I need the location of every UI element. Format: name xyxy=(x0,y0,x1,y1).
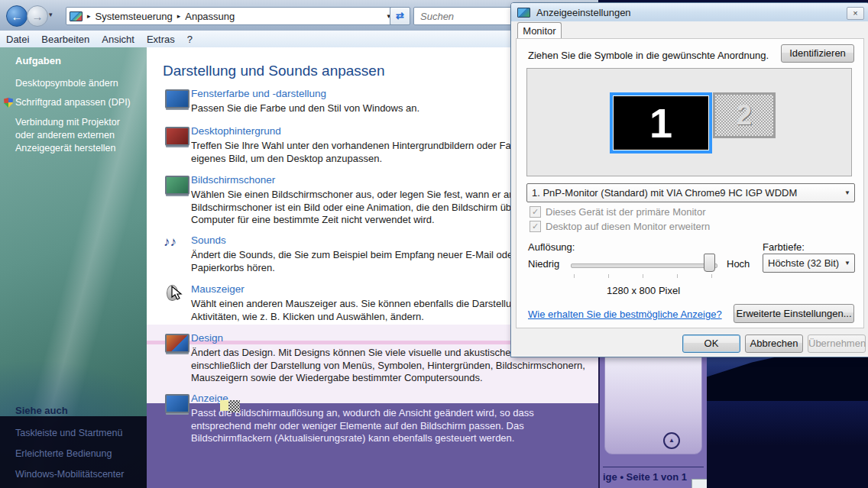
desc-anzeige: Passt die Bildschirmauflösung an, wodurc… xyxy=(191,407,590,445)
crumb-arrow-icon: ▸ xyxy=(87,12,91,20)
close-icon[interactable]: × xyxy=(847,7,864,20)
cancel-button[interactable]: Abbrechen xyxy=(745,334,803,353)
scroll-up-icon[interactable]: ▲ xyxy=(663,432,680,449)
desktop-background-icon xyxy=(165,127,189,146)
sidebar-overlay: Taskleiste und Startmenü Erleichterte Be… xyxy=(0,416,147,488)
breadcrumb-anpassung[interactable]: Anpassung xyxy=(185,11,235,22)
colordepth-select[interactable]: Höchste (32 Bit) ▼ xyxy=(763,254,855,273)
primary-monitor-checkbox[interactable]: ✓ xyxy=(530,206,541,218)
display-settings-dialog: Anzeigeeinstellungen × Monitor Ziehen Si… xyxy=(510,2,868,357)
resolution-label: Auflösung: xyxy=(528,241,575,253)
link-sounds[interactable]: Sounds xyxy=(191,234,226,246)
sidebar-item-mobilitaetscenter[interactable]: Windows-Mobilitätscenter xyxy=(15,468,138,481)
crumb-arrow-icon: ▸ xyxy=(177,12,181,20)
slider-tick xyxy=(711,274,712,278)
menu-ansicht[interactable]: Ansicht xyxy=(99,32,144,47)
personalization-icon xyxy=(70,11,83,21)
dialog-title: Anzeigeeinstellungen xyxy=(536,7,631,18)
render-artifact xyxy=(220,400,240,412)
primary-monitor-label: Dieses Gerät ist der primäre Monitor xyxy=(546,206,706,218)
slider-tick xyxy=(608,274,609,278)
display-icon xyxy=(165,394,189,413)
background-word-window: ▲ ige • Seite 1 von 1 xyxy=(598,347,708,488)
theme-icon xyxy=(165,334,189,353)
colordepth-selected-value: Höchste (32 Bit) xyxy=(768,257,839,269)
drag-instruction: Ziehen Sie die Symbole in die gewünschte… xyxy=(528,50,769,61)
link-mauszeiger[interactable]: Mauszeiger xyxy=(191,283,245,295)
menu-bearbeiten[interactable]: Bearbeiten xyxy=(38,32,99,47)
link-desktophintergrund[interactable]: Desktophintergrund xyxy=(191,125,281,137)
refresh-button[interactable]: ⇄ xyxy=(390,7,410,25)
dialog-titlebar[interactable]: Anzeigeeinstellungen xyxy=(511,3,868,21)
best-display-help-link[interactable]: Wie erhalten Sie die bestmögliche Anzeig… xyxy=(528,309,722,320)
slider-tick xyxy=(643,274,643,278)
ok-button[interactable]: OK xyxy=(682,334,740,353)
word-document-page: ▲ xyxy=(604,352,702,454)
status-divider xyxy=(603,467,704,467)
slider-tick xyxy=(574,274,575,278)
monitor-1[interactable]: 1 xyxy=(610,92,712,154)
address-bar[interactable]: ▸ Systemsteuerung ▸ Anpassung ▾ xyxy=(66,7,394,25)
extend-desktop-label: Desktop auf diesen Monitor erweitern xyxy=(546,221,710,232)
resolution-slider-track[interactable] xyxy=(571,263,717,268)
breadcrumb-systemsteuerung[interactable]: Systemsteuerung xyxy=(96,11,173,22)
resolution-value: 1280 x 800 Pixel xyxy=(571,285,716,296)
menu-datei[interactable]: Datei xyxy=(6,32,38,47)
advanced-settings-button[interactable]: Erweiterte Einstellungen... xyxy=(734,304,854,323)
scrollbar-corner[interactable] xyxy=(691,479,708,488)
desktop-wallpaper xyxy=(707,347,868,488)
adapter-select[interactable]: 1. PnP-Monitor (Standard) mit VIA Chrome… xyxy=(526,183,855,202)
window-color-icon xyxy=(165,89,189,108)
monitor-arrangement-preview[interactable]: 1 2 xyxy=(526,68,852,176)
tab-monitor[interactable]: Monitor xyxy=(517,22,562,40)
screensaver-icon xyxy=(165,176,189,195)
sidebar-item-taskleiste[interactable]: Taskleiste und Startmenü xyxy=(15,427,138,440)
tasks-sidebar: Aufgaben Desktopsymbole ändern Schriftgr… xyxy=(0,47,147,488)
monitor-2[interactable]: 2 xyxy=(713,92,776,138)
forward-button[interactable]: → xyxy=(27,5,48,27)
back-button[interactable]: ← xyxy=(6,5,28,27)
tasks-header: Aufgaben xyxy=(15,55,61,66)
extend-desktop-row: ✓ Desktop auf diesen Monitor erweitern xyxy=(530,221,710,232)
page-status-text: ige • Seite 1 von 1 xyxy=(603,471,687,483)
adapter-selected-value: 1. PnP-Monitor (Standard) mit VIA Chrome… xyxy=(532,187,797,199)
identify-button[interactable]: Identifizieren xyxy=(781,44,854,63)
resolution-high-label: Hoch xyxy=(727,258,750,270)
extend-desktop-checkbox[interactable]: ✓ xyxy=(530,221,541,232)
apply-button[interactable]: Übernehmen xyxy=(808,334,866,353)
combo-arrow-icon: ▼ xyxy=(844,189,850,196)
uac-shield-icon xyxy=(4,98,13,108)
sidebar-item-erleichterte-bedienung[interactable]: Erleichterte Bedienung xyxy=(15,448,138,461)
sounds-icon: ♪♪ xyxy=(164,234,188,254)
control-panel-window: ← → ▾ ▸ Systemsteuerung ▸ Anpassung ▾ ⇄ … xyxy=(0,0,598,488)
sidebar-item-projektor[interactable]: Verbindung mit Projektor oder anderem ex… xyxy=(15,116,138,155)
slider-tick xyxy=(677,274,678,278)
primary-monitor-row: ✓ Dieses Gerät ist der primäre Monitor xyxy=(530,206,706,218)
item-anzeige: Anzeige Passt die Bildschirmauflösung an… xyxy=(147,393,594,452)
link-design[interactable]: Design xyxy=(191,332,223,344)
display-settings-icon xyxy=(517,8,530,18)
combo-arrow-icon: ▼ xyxy=(844,260,850,267)
menu-extras[interactable]: Extras xyxy=(144,32,184,47)
menu-hilfe[interactable]: ? xyxy=(184,32,202,47)
link-bildschirmschoner[interactable]: Bildschirmschoner xyxy=(191,174,275,186)
resolution-low-label: Niedrig xyxy=(528,258,559,270)
colordepth-label: Farbtiefe: xyxy=(763,241,805,253)
sidebar-item-schriftgrad[interactable]: Schriftgrad anpassen (DPI) xyxy=(15,96,138,109)
sidebar-item-desktopsymbole[interactable]: Desktopsymbole ändern xyxy=(15,77,138,90)
see-also-header: Siehe auch xyxy=(15,405,68,416)
navigation-toolbar: ← → ▾ ▸ Systemsteuerung ▸ Anpassung ▾ ⇄ xyxy=(0,0,598,31)
page-title: Darstellung und Sounds anpassen xyxy=(163,63,384,79)
screen: ▲ ige • Seite 1 von 1 ← → ▾ ▸ Systemsteu… xyxy=(0,0,868,488)
recent-pages-chevron-icon[interactable]: ▾ xyxy=(49,11,53,18)
mouse-cursor xyxy=(171,286,185,301)
resolution-slider-thumb[interactable] xyxy=(704,254,715,272)
link-fensterfarbe[interactable]: Fensterfarbe und -darstellung xyxy=(191,88,326,99)
